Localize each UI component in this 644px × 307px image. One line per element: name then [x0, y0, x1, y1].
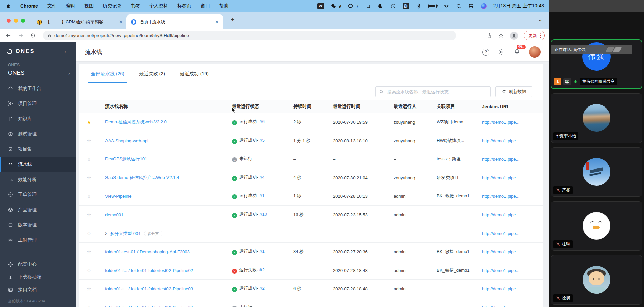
- jenkins-url-link[interactable]: http://demo1.pipe...: [482, 138, 519, 143]
- browser-tab-crm[interactable]: 【 】CRM通知-纷享销客 ✕: [34, 15, 126, 29]
- menubar-clock[interactable]: 2月18日 周五 上午10:43: [493, 3, 544, 9]
- participant-tile[interactable]: 严杨: [551, 147, 642, 197]
- search-input[interactable]: [387, 89, 487, 95]
- minimize-window-button[interactable]: [14, 19, 18, 23]
- sidebar-item-9[interactable]: 产品管理: [0, 202, 76, 217]
- jenkins-url-link[interactable]: http://demo1.pipe...: [482, 120, 519, 125]
- table-row[interactable]: ☆SaaS-demo-征信风控产品Web-V2.1.4✓运行成功-#44 秒20…: [79, 168, 543, 187]
- fullscreen-window-button[interactable]: [21, 19, 25, 23]
- sidebar-footer-item-3[interactable]: 接口文档: [0, 283, 76, 296]
- participant-tile[interactable]: 杜琳: [551, 201, 642, 251]
- battery-icon[interactable]: [428, 4, 437, 8]
- browser-tab-pipeline-active[interactable]: 首页 | 流水线 ✕: [126, 14, 223, 29]
- moon-app-icon[interactable]: [378, 3, 384, 9]
- table-row[interactable]: ☆AAA-Shoping-web-api✓运行成功-#51 分 1 秒2020-…: [79, 131, 543, 150]
- favorite-star-icon[interactable]: ☆: [87, 304, 91, 307]
- favorite-star-icon[interactable]: ☆: [87, 212, 91, 218]
- menubar-item-chrome[interactable]: Chrome: [20, 3, 38, 9]
- sidebar-collapse-button[interactable]: ‹: [64, 49, 71, 54]
- sidebar-item-1[interactable]: 我的工作台: [0, 81, 76, 96]
- menubar-item-bookmarks[interactable]: 书签: [131, 3, 140, 9]
- jenkins-url-link[interactable]: http://demo1.pipe...: [482, 249, 519, 254]
- table-row[interactable]: ☆folder01-t... / folder01-foldertest02-P…: [79, 298, 543, 307]
- settings-gear-icon[interactable]: [498, 49, 505, 55]
- run-number-link[interactable]: #1: [259, 193, 264, 198]
- back-button-icon[interactable]: [5, 32, 12, 39]
- address-bar[interactable]: demo1.myones.net/project/#/new_pipeline/…: [43, 31, 456, 40]
- help-icon[interactable]: ?: [482, 49, 489, 56]
- jenkins-url-link[interactable]: http://demo1.pipe...: [482, 286, 519, 291]
- browser-menu-dots-icon[interactable]: [540, 33, 541, 38]
- pipeline-name-link[interactable]: AAA-Shoping-web-api: [105, 138, 148, 143]
- table-row[interactable]: ☆folder01-t... / folder01-foldertest02-P…: [79, 280, 543, 298]
- lock-icon[interactable]: [47, 33, 52, 38]
- chrome-update-button[interactable]: 更新: [524, 31, 545, 40]
- pipeline-name-link[interactable]: SaaS-demo-征信风控产品Web-V2.1.4: [105, 175, 179, 180]
- menubar-item-window[interactable]: 窗口: [201, 3, 210, 9]
- pipeline-name-link[interactable]: DevOPS测试运行101: [105, 156, 147, 161]
- expand-chevron-icon[interactable]: ›: [105, 230, 107, 236]
- pipeline-name-link[interactable]: 多分支类型-001: [110, 231, 141, 236]
- crop-tool-icon[interactable]: [365, 3, 371, 9]
- table-row[interactable]: ☆›多分支类型-001多分支–http://demo1.pipe...: [79, 224, 543, 243]
- table-row[interactable]: ☆folder01-t... / folder01-foldertest02-P…: [79, 261, 543, 280]
- favorite-star-icon[interactable]: ☆: [87, 286, 91, 292]
- jenkins-url-link[interactable]: http://demo1.pipe...: [482, 268, 519, 273]
- pipeline-tab-close-icon[interactable]: ✕: [215, 19, 219, 25]
- favorite-star-icon[interactable]: ☆: [87, 267, 91, 274]
- table-row[interactable]: ☆demo001✓运行成功-#1013 秒2020-07-23 15:53adm…: [79, 206, 543, 224]
- sidebar-footer-item-2[interactable]: 下载移动端: [0, 271, 76, 283]
- notifications-bell[interactable]: 99+: [514, 48, 520, 56]
- close-window-button[interactable]: [7, 19, 11, 23]
- screen-share-tile[interactable]: 正在讲话: 黄伟强; 伟强 黄伟强的屏幕共享: [551, 39, 642, 89]
- pipeline-name-link[interactable]: folder01-t... / folder01-foldertest02-Pi…: [105, 305, 193, 307]
- menubar-item-file[interactable]: 文件: [47, 3, 57, 9]
- tab-all-pipelines[interactable]: 全部流水线 (26): [91, 71, 124, 83]
- participant-tile[interactable]: 徐勇: [551, 255, 642, 305]
- menubar-item-edit[interactable]: 编辑: [66, 3, 75, 9]
- crm-tab-close-icon[interactable]: ✕: [119, 19, 123, 25]
- favorite-star-icon[interactable]: ☆: [87, 156, 91, 162]
- favorite-star-icon[interactable]: ☆: [87, 137, 91, 144]
- refresh-data-button[interactable]: 刷新数据: [495, 86, 532, 97]
- control-center-icon[interactable]: [468, 3, 474, 9]
- pipeline-name-link[interactable]: View-Pipeline: [105, 194, 132, 199]
- run-number-link[interactable]: #10: [259, 212, 267, 217]
- sidebar-item-7[interactable]: 效能分析: [0, 172, 76, 187]
- jenkins-url-link[interactable]: http://demo1.pipe...: [482, 305, 519, 307]
- w-app-icon[interactable]: W: [317, 3, 324, 9]
- sidebar-item-5[interactable]: 项目集: [0, 142, 76, 157]
- pinyin-input-icon[interactable]: 拼: [403, 3, 409, 9]
- favorite-star-icon[interactable]: ★: [87, 119, 91, 125]
- sidebar-footer-item-1[interactable]: 配置中心: [0, 258, 76, 271]
- pipeline-name-link[interactable]: folder01-t... / folder01-foldertest02-Pi…: [105, 286, 193, 291]
- reload-button-icon[interactable]: [30, 32, 36, 39]
- play-app-icon[interactable]: [390, 3, 396, 9]
- favorite-star-icon[interactable]: ☆: [87, 249, 91, 255]
- run-number-link[interactable]: #6: [259, 119, 264, 124]
- sidebar-item-11[interactable]: 工时管理: [0, 233, 76, 248]
- menubar-item-history[interactable]: 历史记录: [103, 3, 122, 9]
- sidebar-item-8[interactable]: 工单管理: [0, 187, 76, 202]
- wechat-icon[interactable]: [331, 3, 336, 9]
- sidebar-item-6[interactable]: 流水线: [0, 157, 76, 172]
- pipeline-name-link[interactable]: Demo-征信风控系统web-V2.2.0: [105, 119, 167, 124]
- table-row[interactable]: ☆View-Pipeline✓运行成功-#11 秒2020-07-28 10:1…: [79, 187, 543, 206]
- sidebar-item-3[interactable]: 知识库: [0, 111, 76, 126]
- spotlight-search-icon[interactable]: [456, 3, 462, 9]
- tab-recent-failed[interactable]: 最近失败 (2): [139, 71, 165, 83]
- forward-button-icon[interactable]: [18, 32, 24, 39]
- favorite-star-icon[interactable]: ☆: [87, 230, 91, 237]
- apple-logo-icon[interactable]: [5, 3, 11, 9]
- table-row[interactable]: ★Demo-征信风控系统web-V2.2.0✓运行成功-#62 秒2020-07…: [79, 113, 543, 131]
- pipeline-name-link[interactable]: demo001: [105, 212, 123, 217]
- pipeline-search[interactable]: [375, 86, 491, 97]
- sidebar-item-10[interactable]: 版本管理: [0, 217, 76, 233]
- participant-tile[interactable]: 华夏李小艳: [551, 93, 642, 143]
- favorite-star-icon[interactable]: ☆: [87, 193, 91, 199]
- jenkins-url-link[interactable]: http://demo1.pipe...: [482, 212, 519, 217]
- jenkins-url-link[interactable]: http://demo1.pipe...: [482, 175, 519, 180]
- pipeline-name-link[interactable]: folder01-test-01 / Demo-shoping-Api-F200…: [105, 249, 190, 254]
- table-row[interactable]: ☆DevOPS测试运行101→未运行–––test-z；斯坦...http://…: [79, 150, 543, 168]
- pipeline-name-link[interactable]: folder01-t... / folder01-foldertest02-Pi…: [105, 268, 193, 273]
